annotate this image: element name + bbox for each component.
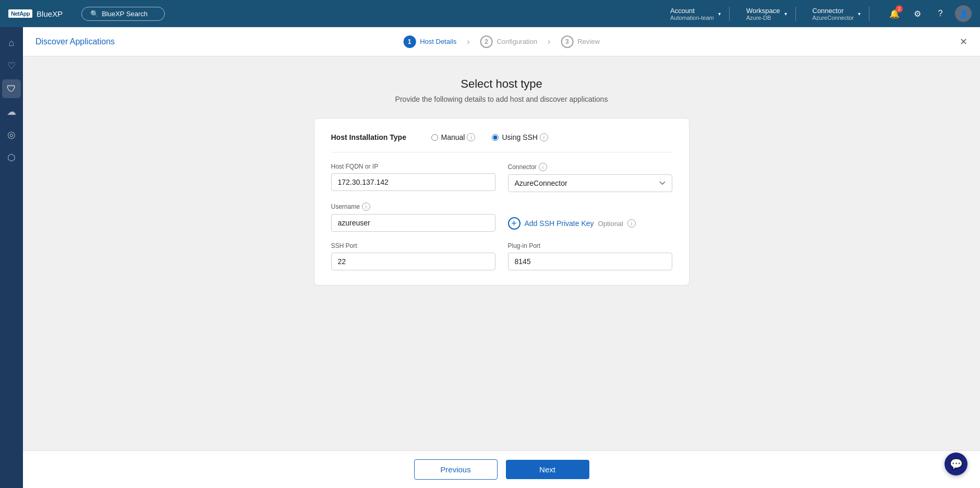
username-info-icon[interactable]: i: [362, 203, 370, 211]
connector-info-icon[interactable]: i: [539, 163, 547, 171]
manual-info-icon[interactable]: i: [467, 133, 475, 141]
help-icon: ?: [938, 9, 943, 18]
ssh-port-input[interactable]: [331, 253, 495, 270]
ssh-port-label: SSH Port: [331, 242, 495, 249]
step-3-label: Review: [577, 38, 600, 45]
netapp-logo: NetApp: [8, 9, 32, 18]
connector-select[interactable]: AzureConnector: [508, 174, 672, 192]
gear-icon: ⚙: [914, 9, 921, 19]
account-label: Account: [670, 7, 714, 15]
account-chevron-icon: ▾: [718, 11, 721, 17]
connector-label: Connector: [813, 7, 854, 15]
next-button[interactable]: Next: [506, 460, 589, 479]
wizard-header: Discover Applications 1 Host Details › 2…: [23, 27, 980, 56]
step-2-label: Configuration: [497, 38, 537, 45]
sidebar-item-cloud[interactable]: ☁: [2, 102, 21, 121]
sidebar-item-globe[interactable]: ◎: [2, 125, 21, 144]
workspace-value: Azure-DB: [746, 15, 780, 21]
close-button[interactable]: ✕: [960, 36, 967, 47]
manual-radio[interactable]: [431, 134, 438, 141]
host-fqdn-input[interactable]: [331, 173, 495, 191]
using-ssh-label: Using SSH: [502, 133, 537, 141]
settings-button[interactable]: ⚙: [909, 5, 926, 22]
manual-option[interactable]: Manual i: [431, 133, 476, 141]
chat-bubble-button[interactable]: 💬: [945, 453, 967, 475]
account-section[interactable]: Account Automation-team ▾: [662, 7, 730, 21]
help-button[interactable]: ?: [932, 5, 949, 22]
step-3: 3 Review: [552, 35, 608, 48]
ssh-port-group: SSH Port: [331, 242, 495, 270]
content-area: Select host type Provide the following d…: [23, 56, 980, 450]
top-navigation: NetApp BlueXP 🔍 BlueXP Search Account Au…: [0, 0, 980, 27]
chat-icon: 💬: [950, 458, 963, 470]
app-name: BlueXP: [37, 9, 63, 18]
step-1-circle: 1: [403, 35, 416, 48]
step-1: 1 Host Details: [395, 35, 465, 48]
brand-logo[interactable]: NetApp BlueXP: [8, 9, 63, 18]
add-ssh-row: + Add SSH Private Key Optional i: [508, 203, 672, 230]
workspace-chevron-icon: ▾: [784, 11, 787, 17]
step-3-circle: 3: [561, 35, 573, 48]
step-2: 2 Configuration: [472, 35, 546, 48]
divider: [331, 152, 672, 152]
connector-chevron-icon: ▾: [858, 11, 861, 17]
add-ssh-button[interactable]: Add SSH Private Key: [525, 219, 594, 228]
step-separator-2: ›: [548, 37, 550, 46]
wizard-steps: 1 Host Details › 2 Configuration › 3 Rev…: [395, 35, 608, 48]
form-section: Host FQDN or IP Connector i AzureConnect…: [331, 163, 672, 270]
user-avatar[interactable]: 👤: [955, 5, 972, 22]
host-fqdn-group: Host FQDN or IP: [331, 163, 495, 192]
previous-button[interactable]: Previous: [414, 459, 498, 480]
host-installation-label: Host Installation Type: [331, 133, 415, 141]
plugin-port-input[interactable]: [508, 253, 672, 270]
connector-value: AzureConnector: [813, 15, 854, 21]
search-button[interactable]: 🔍 BlueXP Search: [81, 7, 165, 21]
row-host-connector: Host FQDN or IP Connector i AzureConnect…: [331, 163, 672, 192]
add-ssh-group: + Add SSH Private Key Optional i: [508, 203, 672, 232]
avatar-icon: 👤: [959, 9, 968, 18]
connector-group: Connector i AzureConnector: [508, 163, 672, 192]
search-label: BlueXP Search: [102, 10, 148, 18]
wizard-footer: Previous Next: [23, 450, 980, 488]
add-ssh-info-icon[interactable]: i: [627, 219, 636, 228]
add-ssh-icon[interactable]: +: [508, 217, 521, 230]
step-separator-1: ›: [467, 37, 469, 46]
search-icon: 🔍: [90, 10, 99, 18]
row-ports: SSH Port Plug-in Port: [331, 242, 672, 270]
account-value: Automation-team: [670, 15, 714, 21]
plugin-port-group: Plug-in Port: [508, 242, 672, 270]
workspace-label: Workspace: [746, 7, 780, 15]
sidebar-item-nodes[interactable]: ⬡: [2, 148, 21, 167]
step-1-label: Host Details: [420, 38, 456, 45]
add-ssh-optional-label: Optional: [598, 220, 623, 228]
username-group: Username i: [331, 203, 495, 232]
sidebar: ⌂ ♡ 🛡 ☁ ◎ ⬡: [0, 27, 23, 488]
row-username-ssh: Username i + Add SSH Private Key Optiona…: [331, 203, 672, 232]
manual-label: Manual: [441, 133, 465, 141]
notification-badge: 2: [896, 5, 903, 13]
username-input[interactable]: [331, 214, 495, 232]
notification-button[interactable]: 🔔 2: [886, 5, 903, 22]
sidebar-item-home[interactable]: ⌂: [2, 33, 21, 52]
step-2-circle: 2: [480, 35, 493, 48]
using-ssh-radio[interactable]: [492, 134, 499, 141]
host-type-card: Host Installation Type Manual i: [314, 118, 689, 285]
using-ssh-info-icon[interactable]: i: [540, 133, 548, 141]
using-ssh-option[interactable]: Using SSH i: [492, 133, 548, 141]
main-content: Discover Applications 1 Host Details › 2…: [23, 27, 980, 488]
connector-label: Connector i: [508, 163, 672, 171]
installation-type-options: Manual i Using SSH i: [431, 133, 548, 141]
plugin-port-label: Plug-in Port: [508, 242, 672, 249]
host-fqdn-label: Host FQDN or IP: [331, 163, 495, 170]
username-label: Username i: [331, 203, 495, 211]
page-title: Select host type: [461, 77, 542, 91]
workspace-section[interactable]: Workspace Azure-DB ▾: [738, 7, 796, 21]
connector-section[interactable]: Connector AzureConnector ▾: [804, 7, 870, 21]
page-subtitle: Provide the following details to add hos…: [395, 95, 608, 103]
sidebar-item-shield[interactable]: 🛡: [2, 79, 21, 98]
sidebar-item-health[interactable]: ♡: [2, 56, 21, 75]
nav-icons: 🔔 2 ⚙ ? 👤: [878, 5, 972, 22]
wizard-title: Discover Applications: [35, 37, 115, 46]
host-installation-type-row: Host Installation Type Manual i: [331, 133, 672, 141]
